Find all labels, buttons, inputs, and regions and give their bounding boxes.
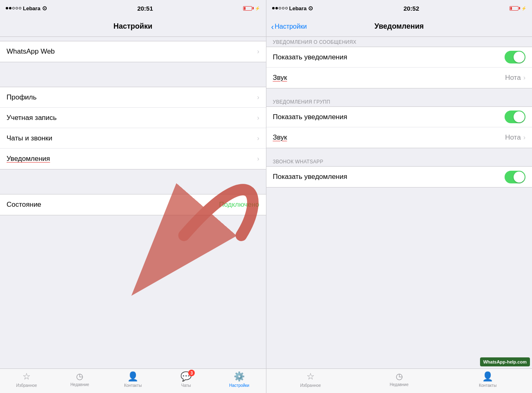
whatsapp-web-row[interactable]: WhatsApp Web › — [0, 41, 266, 62]
left-signal — [6, 7, 21, 9]
right-battery-tip — [519, 7, 520, 9]
calls-section-group: Показать уведомления — [266, 166, 532, 187]
signal-dot-1 — [6, 7, 8, 9]
left-wifi-icon: ⊙ — [42, 5, 47, 11]
msg-sound-right: Нота › — [505, 74, 525, 82]
left-panel: Lebara ⊙ 20:51 ⚡ Настройки WhatsApp Web … — [0, 0, 266, 393]
call-show-notifications-row[interactable]: Показать уведомления — [266, 167, 532, 187]
right-status-left: Lebara ⊙ — [272, 5, 313, 11]
tab-contacts[interactable]: 👤 Контакты — [106, 371, 160, 388]
messages-section-group: Показать уведомления Звук Нота › — [266, 47, 532, 88]
profile-chevron: › — [257, 94, 259, 101]
right-signal — [272, 7, 288, 9]
r-spacer-1 — [266, 88, 532, 97]
grp-show-notifications-row[interactable]: Показать уведомления — [266, 107, 532, 127]
left-battery-tip — [252, 7, 254, 9]
left-carrier: Lebara — [23, 5, 41, 11]
chats-row[interactable]: Чаты и звонки › — [0, 128, 266, 149]
msg-sound-label: Звук — [273, 74, 287, 82]
grp-sound-row[interactable]: Звук Нота › — [266, 127, 532, 148]
chats-chevron: › — [257, 135, 259, 142]
back-chevron-icon: ‹ — [271, 23, 274, 31]
calls-section-wrapper: ЗВОНОК WHATSAPP Показать уведомления — [266, 156, 532, 187]
contacts-label: Контакты — [124, 383, 142, 388]
recents-label: Недавние — [70, 382, 89, 387]
r-favorites-icon: ☆ — [307, 371, 315, 382]
left-nav-header: Настройки — [0, 16, 266, 37]
profile-label: Профиль — [7, 93, 36, 102]
r-tab-contacts[interactable]: 👤 Контакты — [444, 371, 532, 388]
account-label: Учетная запись — [7, 114, 56, 122]
r-signal-dot-2 — [275, 7, 278, 9]
msg-show-notifications-toggle[interactable] — [505, 51, 525, 63]
r-signal-dot-5 — [285, 7, 288, 9]
tab-recents[interactable]: ◷ Недавние — [53, 371, 106, 387]
toggle-thumb-3 — [514, 172, 525, 183]
whatsapp-web-label: WhatsApp Web — [7, 47, 55, 56]
msg-show-notifications-row[interactable]: Показать уведомления — [266, 47, 532, 68]
grp-sound-right: Нота › — [505, 133, 525, 142]
left-battery-body — [243, 6, 252, 11]
left-tab-bar: ☆ Избранное ◷ Недавние 👤 Контакты 💬 3 Ча… — [0, 368, 266, 393]
groups-section-group: Показать уведомления Звук Нота › — [266, 106, 532, 148]
notifications-label: Уведомления — [7, 155, 50, 163]
settings-tab-label: Настройки — [229, 383, 249, 388]
chats-tab-label: Чаты — [181, 383, 191, 388]
back-button[interactable]: ‹ Настройки — [271, 23, 307, 31]
left-status-bar: Lebara ⊙ 20:51 ⚡ — [0, 0, 266, 16]
r-recents-icon: ◷ — [396, 371, 403, 381]
grp-sound-label: Звук — [273, 133, 287, 142]
right-status-right: ⚡ — [509, 6, 526, 11]
right-page-title: Уведомления — [374, 22, 424, 31]
right-battery-body — [509, 6, 518, 11]
groups-section-wrapper: УВЕДОМЛЕНИЯ ГРУПП Показать уведомления З… — [266, 97, 532, 148]
right-battery: ⚡ — [509, 6, 526, 11]
r-tab-recents[interactable]: ◷ Недавние — [355, 371, 444, 387]
left-status-right: ⚡ — [243, 6, 260, 11]
r-contacts-icon: 👤 — [482, 371, 493, 382]
back-label: Настройки — [275, 23, 307, 30]
call-show-notifications-label: Показать уведомления — [273, 173, 347, 181]
left-page-title: Настройки — [113, 22, 152, 31]
groups-section-header: УВЕДОМЛЕНИЯ ГРУПП — [266, 97, 532, 106]
connection-status-row: Состояние Подключено — [0, 194, 266, 215]
right-tab-bar: ☆ Избранное ◷ Недавние 👤 Контакты WhatsA… — [266, 368, 532, 393]
notifications-row[interactable]: Уведомления › — [0, 149, 266, 169]
right-status-bar: Lebara ⊙ 20:52 ⚡ — [266, 0, 532, 16]
right-content: УВЕДОМЛЕНИЯ О СООБЩЕНИЯХ Показать уведом… — [266, 37, 532, 368]
chats-icon: 💬 3 — [180, 371, 192, 382]
r-tab-favorites[interactable]: ☆ Избранное — [266, 371, 355, 388]
spacer-1b — [0, 70, 266, 79]
tab-favorites[interactable]: ☆ Избранное — [0, 371, 53, 388]
whatsapp-web-section: WhatsApp Web › — [0, 41, 266, 62]
msg-sound-value: Нота — [505, 74, 521, 82]
signal-dot-4 — [16, 7, 18, 9]
profile-row[interactable]: Профиль › — [0, 87, 266, 108]
grp-sound-value: Нота — [505, 133, 521, 142]
calls-section-header: ЗВОНОК WHATSAPP — [266, 156, 532, 166]
r-recents-label: Недавние — [390, 382, 408, 387]
right-panel: Lebara ⊙ 20:52 ⚡ ‹ Настройки Уведомления… — [266, 0, 532, 393]
toggle-thumb-2 — [514, 111, 525, 122]
call-show-notifications-toggle[interactable] — [505, 171, 525, 183]
connection-status-label: Состояние — [7, 201, 41, 209]
tab-chats[interactable]: 💬 3 Чаты — [160, 371, 213, 388]
grp-show-notifications-toggle[interactable] — [505, 111, 525, 123]
r-favorites-label: Избранное — [300, 383, 321, 388]
chats-badge: 3 — [188, 370, 195, 376]
tab-settings[interactable]: ⚙️ Настройки — [213, 371, 266, 388]
right-wifi-icon: ⊙ — [308, 5, 313, 11]
messages-section-header: УВЕДОМЛЕНИЯ О СООБЩЕНИЯХ — [266, 37, 532, 47]
right-battery-fill — [510, 7, 512, 10]
watermark: WhatsApp-help.com — [480, 357, 530, 366]
msg-sound-row[interactable]: Звук Нота › — [266, 68, 532, 88]
signal-dot-3 — [12, 7, 15, 9]
left-content: WhatsApp Web › Профиль › Учетная запись … — [0, 37, 266, 368]
left-battery: ⚡ — [243, 6, 260, 11]
signal-dot-5 — [19, 7, 21, 9]
toggle-thumb-1 — [514, 52, 525, 63]
grp-show-notifications-label: Показать уведомления — [273, 113, 347, 121]
msg-show-notifications-label: Показать уведомления — [273, 53, 347, 61]
account-row[interactable]: Учетная запись › — [0, 108, 266, 128]
grp-sound-chevron: › — [523, 134, 525, 141]
